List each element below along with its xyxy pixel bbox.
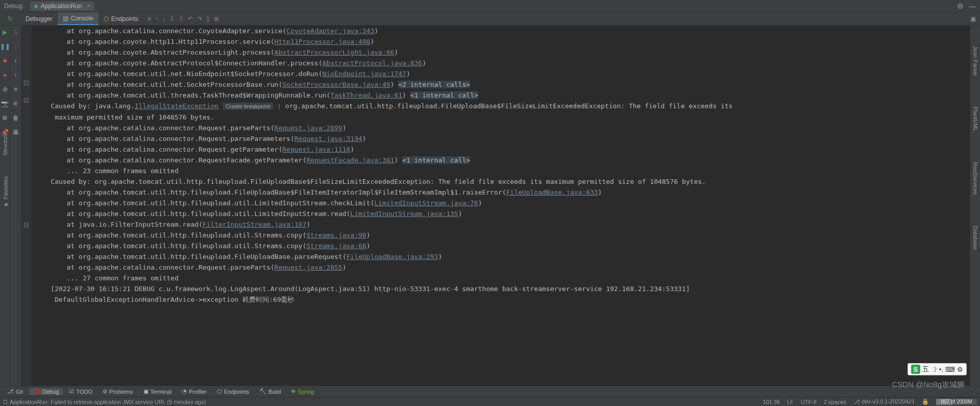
source-link[interactable]: Request.java:3194	[295, 135, 362, 142]
run-config-tab[interactable]: ApplicationRun ×	[30, 2, 95, 11]
resume-button[interactable]: ▶	[3, 29, 7, 36]
source-link[interactable]: FileUploadBase.java:293	[346, 253, 438, 260]
console-line: at org.apache.tomcat.util.http.fileuploa…	[35, 230, 970, 241]
source-link[interactable]: Request.java:2855	[275, 264, 342, 271]
console-line: maximum permitted size of 1048576 bytes.	[35, 112, 970, 123]
expand-icon[interactable]: ▣	[966, 12, 980, 25]
minimize-icon[interactable]: —	[969, 2, 976, 10]
toolbar-up-icon[interactable]: ↑	[155, 15, 158, 22]
status-lineend[interactable]: LF	[787, 399, 794, 405]
mute-breakpoints-button[interactable]: ⊘	[3, 86, 8, 93]
rerun-button[interactable]: ↻	[0, 12, 20, 25]
step-out-button[interactable]: ↕	[14, 57, 17, 64]
camera-button[interactable]: 📷	[1, 100, 9, 107]
status-bar: ◻ ApplicationRun: Failed to retrieve app…	[0, 397, 980, 406]
toolbar-redo-icon[interactable]: ↷	[197, 15, 202, 22]
pause-button[interactable]: ❚❚	[0, 43, 10, 50]
console-line: at org.apache.coyote.http11.Http11Proces…	[35, 36, 970, 47]
bottom-spring[interactable]: ❀ Spring	[287, 388, 318, 395]
source-link[interactable]: Streams.java:98	[306, 231, 366, 239]
bottom-tool-bar: ⎇ Git 🐞 Debug ☑ TODO ⊘ Problems ▣ Termin…	[0, 386, 980, 397]
fold-toggle[interactable]: +	[24, 98, 29, 103]
internal-calls-badge: <1 internal call>	[410, 91, 478, 99]
bottom-endpoints[interactable]: ⬡ Endpoints	[213, 388, 253, 395]
toolbar-upload-icon[interactable]: ⇧	[179, 15, 184, 22]
source-link[interactable]: AbstractProcessorLight.java:66	[275, 49, 395, 56]
source-link[interactable]: Request.java:2899	[275, 124, 342, 132]
toolbar-wrap-icon[interactable]: ≣	[214, 15, 219, 22]
toolbar-download-icon[interactable]: ⇩	[169, 15, 175, 22]
source-link[interactable]: Http11Processor.java:408	[275, 38, 371, 45]
source-link[interactable]: TaskThread.java:61	[330, 91, 402, 99]
ime-s-icon: S	[911, 365, 920, 374]
gear-icon[interactable]: ⚙	[957, 2, 964, 10]
create-breakpoint-link[interactable]: Create breakpoint	[223, 103, 273, 110]
status-memory[interactable]: 807 of 2008M	[936, 399, 977, 405]
tab-console[interactable]: ▤ Console	[58, 12, 99, 25]
tab-debugger[interactable]: Debugger	[20, 12, 58, 25]
console-line: at org.apache.catalina.connector.Request…	[35, 133, 970, 144]
tool-favorites[interactable]: ★ Favorites	[2, 176, 9, 208]
bottom-build[interactable]: 🔨 Build	[255, 388, 285, 395]
fold-toggle[interactable]: +	[24, 81, 29, 85]
stop-button[interactable]: ■	[3, 57, 7, 64]
fold-toggle[interactable]: +	[24, 223, 29, 227]
source-link[interactable]: RequestFacade.java:381	[306, 156, 394, 164]
tool-json-parser[interactable]: Json Parser	[972, 46, 978, 76]
status-caret[interactable]: 101:36	[763, 399, 780, 405]
toolbar-undo-icon[interactable]: ↶	[188, 15, 193, 22]
view-breakpoints-button[interactable]: ●	[3, 71, 7, 79]
print-button[interactable]: 🖶	[13, 129, 19, 136]
console-output[interactable]: at org.apache.catalina.connector.CoyoteA…	[32, 26, 970, 386]
filter-button[interactable]: ⚟	[13, 100, 18, 107]
source-link[interactable]: AbstractProtocol.java:836	[323, 59, 423, 67]
bottom-problems[interactable]: ⊘ Problems	[99, 388, 137, 395]
tool-database[interactable]: Database	[972, 226, 978, 250]
status-window-icon[interactable]: ◻	[3, 398, 8, 405]
trash-button[interactable]: 🗑	[13, 114, 19, 122]
bottom-profiler[interactable]: ◔ Profiler	[178, 388, 211, 395]
console-line: [2022-07-30 16:15:21 DEBUG c.u.framework…	[35, 283, 970, 294]
status-encoding[interactable]: UTF-8	[801, 399, 817, 405]
toolbar-down-icon[interactable]: ↓	[162, 15, 165, 22]
bottom-terminal[interactable]: ▣ Terminal	[139, 388, 176, 395]
source-link[interactable]: LimitedInputStream.java:135	[350, 210, 458, 218]
source-link[interactable]: SocketProcessorBase.java:49	[282, 81, 390, 88]
toolbar-layout-icon[interactable]: ▯	[206, 15, 210, 22]
run-config-name: ApplicationRun	[41, 3, 82, 10]
source-link[interactable]: FilterInputStream.java:107	[203, 221, 307, 228]
tool-structure[interactable]: Structure	[2, 133, 8, 156]
step-up-button[interactable]: ↑	[14, 71, 17, 79]
console-line: at org.apache.tomcat.util.net.NioEndpoin…	[35, 68, 970, 79]
status-indent[interactable]: 2 spaces	[824, 399, 846, 405]
ime-toolbar[interactable]: S 五 ☽ •, ⌨ ⚙	[908, 363, 967, 375]
tool-restservices[interactable]: RestServices	[972, 162, 978, 195]
tab-endpoints[interactable]: ⬡ Endpoints	[99, 12, 143, 25]
close-icon[interactable]: ×	[87, 3, 90, 10]
status-lock-icon[interactable]: 🔒	[922, 398, 929, 405]
bottom-debug[interactable]: 🐞 Debug	[29, 388, 63, 395]
step-into-button[interactable]: ↓	[14, 43, 17, 50]
source-link[interactable]: Streams.java:68	[306, 242, 366, 250]
bottom-git[interactable]: ⎇ Git	[3, 388, 27, 395]
toolbar-menu-icon[interactable]: ≡	[148, 15, 151, 22]
console-line: ... 27 common frames omitted	[35, 273, 970, 283]
debug-toolbar: ↻ Debugger ▤ Console ⬡ Endpoints ≡ ↑ ↓ ⇩…	[0, 12, 980, 26]
tool-plantuml[interactable]: PlantUML	[972, 107, 978, 131]
bottom-todo[interactable]: ☑ TODO	[65, 388, 96, 395]
console-line: at org.apache.tomcat.util.http.fileuploa…	[35, 251, 970, 262]
step-over-red-button[interactable]: ⤵	[14, 29, 17, 36]
console-line: at org.apache.tomcat.util.threads.TaskTh…	[35, 90, 970, 101]
console-line: at org.apache.catalina.connector.CoyoteA…	[35, 26, 970, 36]
layout-button[interactable]: ≡	[14, 86, 17, 93]
source-link[interactable]: NioEndpoint.java:1747	[323, 70, 406, 78]
console-line: DefaultGlobalExceptionHandlerAdvice->exc…	[35, 294, 970, 305]
status-branch[interactable]: ⎇ dev-v3.0.1-20220421	[853, 398, 915, 405]
source-link[interactable]: FileUploadBase.java:633	[506, 188, 598, 196]
source-link[interactable]: IllegalStateException	[135, 102, 218, 110]
console-line: at org.apache.tomcat.util.net.SocketProc…	[35, 79, 970, 90]
settings-button[interactable]: ⚙	[2, 114, 8, 122]
source-link[interactable]: CoyoteAdapter.java:343	[286, 27, 374, 35]
source-link[interactable]: Request.java:1116	[282, 146, 350, 153]
source-link[interactable]: LimitedInputStream.java:76	[374, 199, 478, 207]
